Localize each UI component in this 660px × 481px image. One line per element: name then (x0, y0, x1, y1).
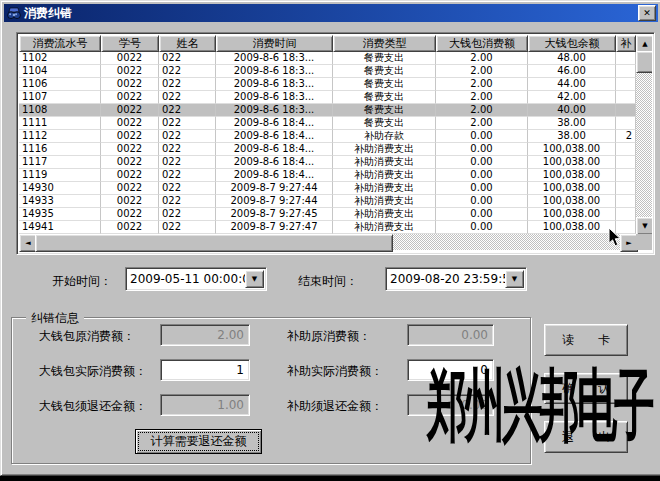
table-cell: 022 (159, 104, 216, 117)
table-cell (616, 195, 636, 208)
table-cell: 022 (159, 182, 216, 195)
table-cell: 44.00 (528, 78, 616, 91)
table-row[interactable]: 1493500220222009-8-7 9:27:45补助消费支出0.0010… (19, 208, 636, 221)
scroll-down-icon[interactable]: ▼ (636, 217, 652, 235)
table-row[interactable]: 110700220222009-8-6 18:3...餐费支出2.0042.00 (19, 91, 636, 104)
table-row[interactable]: 110200220222009-8-6 18:3...餐费支出2.0048.00 (19, 52, 636, 65)
table-cell: 022 (159, 78, 216, 91)
table-cell: 0022 (101, 208, 159, 221)
grid-header-row: 消费流水号学号姓名消费时间消费类型大钱包消费额大钱包余额补 (19, 35, 636, 52)
table-cell: 2009-8-6 18:4... (216, 117, 333, 130)
table-cell: 0022 (101, 91, 159, 104)
field-input[interactable]: 0 (407, 359, 494, 381)
table-cell: 14941 (19, 221, 101, 234)
column-header[interactable]: 消费时间 (216, 35, 333, 52)
table-cell: 2009-8-6 18:3... (216, 65, 333, 78)
confirm-button[interactable]: 确 认 (544, 373, 628, 404)
table-cell: 2009-8-6 18:3... (216, 78, 333, 91)
field-label: 补助须退还金额： (287, 398, 383, 415)
table-cell: 022 (159, 117, 216, 130)
table-cell: 100,038.00 (528, 195, 616, 208)
table-cell: 1116 (19, 143, 101, 156)
table-cell (616, 104, 636, 117)
table-row[interactable]: 1493300220222009-8-7 9:27:44补助消费支出0.0010… (19, 195, 636, 208)
table-cell: 补助消费支出 (333, 195, 436, 208)
table-row[interactable]: 111900220222009-8-6 18:4...补助消费支出0.00100… (19, 169, 636, 182)
end-time-dropdown-icon[interactable]: ▼ (505, 270, 524, 288)
table-cell: 0022 (101, 195, 159, 208)
table-cell: 42.00 (528, 91, 616, 104)
title-bar[interactable]: 消费纠错 ✕ (4, 4, 658, 22)
table-cell: 46.00 (528, 65, 616, 78)
table-cell (616, 208, 636, 221)
column-header[interactable]: 学号 (101, 35, 159, 52)
table-cell: 100,038.00 (528, 143, 616, 156)
table-cell: 餐费支出 (333, 91, 436, 104)
table-cell: 0022 (101, 65, 159, 78)
column-header[interactable]: 大钱包消费额 (436, 35, 528, 52)
table-cell: 0.00 (436, 208, 528, 221)
table-row[interactable]: 110400220222009-8-6 18:3...餐费支出2.0046.00 (19, 65, 636, 78)
table-cell (616, 65, 636, 78)
table-cell: 022 (159, 65, 216, 78)
table-cell: 补助存款 (333, 130, 436, 143)
exit-button[interactable]: 退 出 (544, 421, 628, 453)
table-cell: 100,038.00 (528, 208, 616, 221)
table-cell: 38.00 (528, 117, 616, 130)
table-row[interactable]: 111200220222009-8-6 18:4...补助存款0.0038.00… (19, 130, 636, 143)
start-time-dropdown-icon[interactable]: ▼ (245, 270, 264, 288)
table-row[interactable]: 110800220222009-8-6 18:3...餐费支出2.0040.00 (19, 104, 636, 117)
start-time-picker[interactable]: 2009-05-11 00:00:00 ▼ (125, 267, 267, 291)
column-header[interactable]: 消费流水号 (19, 35, 101, 52)
table-cell: 0.00 (436, 195, 528, 208)
table-cell: 0022 (101, 156, 159, 169)
table-row[interactable]: 1494100220222009-8-7 9:27:47补助消费支出0.0010… (19, 221, 636, 234)
table-cell: 餐费支出 (333, 104, 436, 117)
table-cell: 2.00 (436, 91, 528, 104)
table-cell: 2 (616, 130, 636, 143)
table-cell: 1102 (19, 52, 101, 65)
table-cell: 补助消费支出 (333, 182, 436, 195)
table-row[interactable]: 1493000220222009-8-7 9:27:44补助消费支出0.0010… (19, 182, 636, 195)
read-card-button[interactable]: 读 卡 (544, 324, 628, 356)
column-header[interactable]: 姓名 (159, 35, 216, 52)
vertical-scroll-thumb[interactable] (636, 51, 652, 73)
table-cell: 100,038.00 (528, 221, 616, 234)
calculate-refund-button[interactable]: 计算需要退还金额 (135, 429, 262, 454)
table-cell: 022 (159, 156, 216, 169)
vertical-scrollbar[interactable]: ▲ ▼ (636, 35, 652, 233)
table-cell: 0.00 (436, 156, 528, 169)
table-cell: 2.00 (436, 104, 528, 117)
table-row[interactable]: 111600220222009-8-6 18:4...补助消费支出0.00100… (19, 143, 636, 156)
table-cell: 022 (159, 91, 216, 104)
correction-field-row: 补助实际消费额：0 (12, 359, 530, 381)
table-cell: 0022 (101, 143, 159, 156)
table-cell: 14933 (19, 195, 101, 208)
grid-body: 110200220222009-8-6 18:3...餐费支出2.0048.00… (19, 52, 636, 234)
table-cell: 补助消费支出 (333, 143, 436, 156)
table-cell: 2009-8-7 9:27:47 (216, 221, 333, 234)
end-time-picker[interactable]: 2009-08-20 23:59:59 ▼ (385, 267, 527, 291)
field-label: 补助实际消费额： (287, 363, 383, 380)
table-cell: 0.00 (436, 221, 528, 234)
column-header[interactable]: 消费类型 (333, 35, 436, 52)
table-row[interactable]: 111700220222009-8-6 18:4...补助消费支出0.00100… (19, 156, 636, 169)
table-cell: 0.00 (436, 182, 528, 195)
table-cell: 100,038.00 (528, 182, 616, 195)
table-cell (616, 169, 636, 182)
table-cell: 0022 (101, 78, 159, 91)
table-cell: 2.00 (436, 52, 528, 65)
scrollbar-corner (636, 234, 652, 250)
table-cell: 14930 (19, 182, 101, 195)
horizontal-scrollbar[interactable]: ◄ ► (19, 234, 636, 250)
table-cell: 餐费支出 (333, 52, 436, 65)
table-cell: 40.00 (528, 104, 616, 117)
close-button[interactable]: ✕ (638, 5, 656, 21)
table-cell: 100,038.00 (528, 156, 616, 169)
table-row[interactable]: 111100220222009-8-6 18:4...餐费支出2.0038.00 (19, 117, 636, 130)
table-cell: 022 (159, 221, 216, 234)
horizontal-scroll-thumb[interactable] (35, 234, 393, 252)
column-header[interactable]: 大钱包余额 (528, 35, 616, 52)
table-row[interactable]: 110600220222009-8-6 18:3...餐费支出2.0044.00 (19, 78, 636, 91)
column-header[interactable]: 补 (616, 35, 636, 52)
